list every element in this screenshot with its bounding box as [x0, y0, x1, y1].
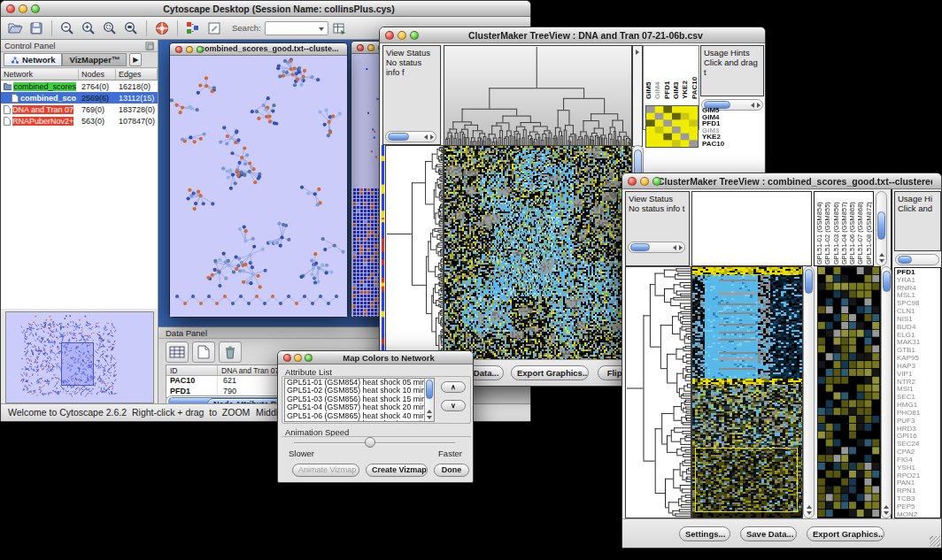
col-nodes[interactable]: Nodes	[79, 69, 116, 80]
help-button[interactable]	[151, 19, 173, 38]
annotation-button[interactable]	[204, 19, 225, 38]
tv2-export-graphics-button[interactable]: Export Graphics...	[807, 526, 884, 541]
tab-overflow-arrow[interactable]: ▶	[129, 53, 142, 66]
tv2-view-status-line2: No status info t	[629, 203, 686, 213]
move-attribute-up-button[interactable]: ∧	[441, 381, 466, 393]
zoom-button[interactable]	[31, 4, 40, 13]
zoom-button[interactable]	[197, 46, 204, 53]
search-dropdown-icon[interactable]	[319, 27, 324, 31]
tv2-row-dendrogram[interactable]	[625, 266, 691, 518]
resize-grip[interactable]	[930, 536, 940, 547]
move-attribute-down-button[interactable]: ∨	[441, 400, 466, 411]
close-button[interactable]	[283, 354, 291, 362]
close-button[interactable]	[357, 44, 364, 51]
zoom-button[interactable]	[652, 177, 661, 186]
zoom-out-button[interactable]	[57, 19, 78, 38]
import-table-button[interactable]	[328, 19, 350, 38]
tv2-genelist-vscrollbar[interactable]	[881, 266, 892, 518]
network-tree-row[interactable]: combined_sco2569(6)13112(15)	[1, 92, 158, 104]
minimize-button[interactable]	[398, 31, 406, 40]
tab-network[interactable]: Network	[4, 53, 62, 66]
minimize-button[interactable]	[19, 4, 27, 13]
network-window-title: combined_scores_good.txt--cluste...	[200, 43, 338, 55]
tv2-column-label: GPL51-06 (GSM865)	[848, 194, 855, 265]
close-button[interactable]	[6, 4, 15, 13]
treeview2-window: ClusterMaker TreeView : combined_scores_…	[622, 173, 942, 548]
control-panel-tabs: Network VizMapper™ ▶	[1, 52, 158, 68]
tab-vizm[interactable]: VizMapper™	[62, 53, 127, 66]
tv2-status-hscrollbar[interactable]	[628, 242, 685, 253]
treeview2-title: ClusterMaker TreeView : combined_scores_…	[658, 173, 932, 189]
create-vizmap-button[interactable]: Create Vizmap	[366, 464, 428, 477]
tv1-column-dendrogram[interactable]	[444, 45, 632, 147]
minimize-button[interactable]	[367, 44, 374, 51]
network-table-header: Network Nodes Edges	[1, 69, 158, 81]
tv1-column-label: GIM4	[653, 48, 660, 99]
window-controls	[6, 4, 40, 13]
annotation-icon	[206, 20, 222, 36]
zoom-button[interactable]	[410, 31, 419, 40]
open-session-button[interactable]	[4, 19, 26, 38]
import-table-icon	[331, 20, 347, 36]
tv2-heatmap[interactable]	[691, 266, 803, 518]
dp-col-id[interactable]: ID	[166, 365, 218, 375]
zoom-in-button[interactable]	[78, 19, 99, 38]
network-title-bar[interactable]: combined_scores_good.txt--cluste...	[170, 43, 347, 56]
save-session-button[interactable]	[26, 19, 47, 38]
speed-slider-thumb[interactable]	[365, 437, 375, 448]
treeview2-title-bar[interactable]: ClusterMaker TreeView : combined_scores_…	[622, 173, 941, 189]
attribute-list[interactable]: GPL51-01 (GSM854) heat shock 05 minGPL51…	[284, 378, 435, 422]
float-panel-icon[interactable]	[145, 42, 154, 50]
attribute-list-vscrollbar[interactable]	[424, 379, 434, 421]
main-title-bar[interactable]: Cytoscape Desktop (Session Name: collins…	[1, 1, 530, 17]
network-tree-row[interactable]: combined_scores2764(0)16218(0)	[1, 81, 158, 92]
network-table: Network Nodes Edges combined_scores2764(…	[1, 69, 158, 309]
tv1-column-label: GIM5	[645, 48, 652, 99]
network-tree-row[interactable]: DNA and Tran 07769(0)183728(0)	[1, 104, 158, 115]
animate-vizmap-button[interactable]: Animate Vizmap	[292, 464, 359, 477]
zoom-fit-button[interactable]	[120, 19, 142, 38]
done-button[interactable]: Done	[434, 464, 469, 477]
col-edges[interactable]: Edges	[116, 69, 158, 80]
tv1-export-graphics-button[interactable]: Export Graphics...	[511, 365, 589, 380]
minimize-button[interactable]	[294, 354, 302, 362]
vizmapper-button[interactable]	[182, 19, 204, 38]
zoom-selected-button[interactable]	[99, 19, 120, 38]
tv2-heatmap-vscrollbar[interactable]	[803, 266, 815, 518]
dialog-title: Map Colors to Network	[313, 351, 464, 364]
select-attributes-button[interactable]	[166, 341, 189, 363]
close-button[interactable]	[628, 177, 637, 186]
zoom-button[interactable]	[305, 354, 313, 362]
col-network[interactable]: Network	[1, 69, 79, 80]
tv1-row-dendrogram[interactable]	[385, 145, 444, 361]
new-attribute-button[interactable]	[192, 341, 215, 363]
tv2-save-data-button[interactable]: Save Data...	[740, 526, 797, 541]
tv2-zoom-heatmap[interactable]	[817, 266, 881, 518]
minimize-button[interactable]	[186, 46, 193, 53]
tv1-view-status-line1: View Status	[386, 48, 437, 58]
treeview1-title-bar[interactable]: ClusterMaker TreeView : DNA and Tran 07-…	[380, 27, 765, 43]
dialog-title-bar[interactable]: Map Colors to Network	[278, 351, 473, 364]
tv1-status-hscrollbar[interactable]	[385, 131, 436, 142]
close-button[interactable]	[385, 31, 394, 40]
tv2-gene-label: MON2	[897, 511, 938, 518]
birdseye-overview[interactable]	[5, 311, 154, 403]
tv2-view-status-line1: View Status	[629, 194, 686, 203]
search-input[interactable]	[265, 21, 328, 35]
control-panel-title: Control Panel	[4, 41, 56, 50]
network-canvas[interactable]	[170, 56, 347, 317]
tv2-view-status-panel: View Status No status info t	[625, 191, 690, 266]
tv2-column-dendrogram[interactable]	[691, 191, 812, 266]
tv2-settings-button[interactable]: Settings...	[679, 526, 730, 541]
minimize-button[interactable]	[640, 177, 649, 186]
tv1-zoom-heatmap[interactable]	[645, 105, 699, 148]
tv2-usage-line2: Click and	[898, 203, 938, 213]
network-tree-row[interactable]: RNAPuberNov2+563(0)107847(0)	[1, 115, 158, 127]
tv1-heatmap[interactable]	[444, 145, 632, 361]
delete-attribute-button[interactable]	[219, 341, 242, 363]
close-button[interactable]	[175, 46, 182, 53]
tv2-collabel-vscrollbar[interactable]	[876, 191, 887, 266]
toolbar-separator	[177, 20, 178, 36]
tv2-usage-hscrollbar[interactable]	[895, 254, 939, 265]
attribute-list-item[interactable]: GPL51-07 (GSM868) heat shock 60 min	[285, 420, 434, 422]
